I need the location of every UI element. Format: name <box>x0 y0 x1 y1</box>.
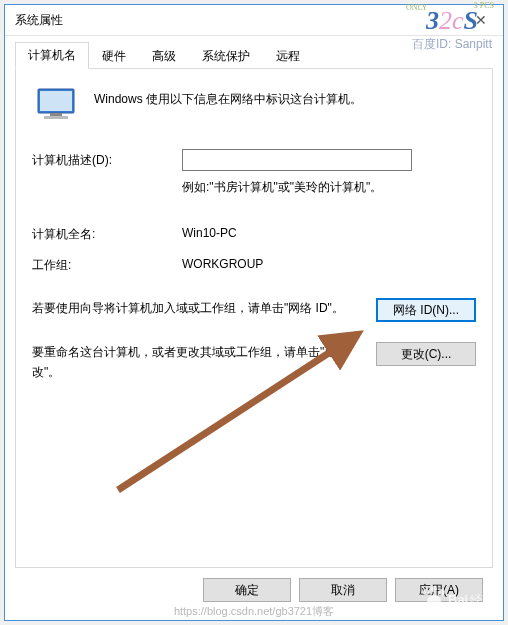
full-name-label: 计算机全名: <box>32 226 182 243</box>
dialog-buttons: 确定 取消 应用(A) <box>15 568 493 612</box>
svg-rect-2 <box>50 113 62 116</box>
intro-text: Windows 使用以下信息在网络中标识这台计算机。 <box>94 87 476 108</box>
svg-rect-3 <box>44 116 68 119</box>
full-name-value: Win10-PC <box>182 226 237 243</box>
close-button[interactable]: ✕ <box>458 5 503 35</box>
change-text: 要重命名这台计算机，或者更改其域或工作组，请单击"更改"。 <box>32 342 360 383</box>
tab-system-protection[interactable]: 系统保护 <box>189 43 263 69</box>
full-name-row: 计算机全名: Win10-PC <box>32 226 476 243</box>
tab-computer-name[interactable]: 计算机名 <box>15 42 89 69</box>
description-label: 计算机描述(D): <box>32 152 182 169</box>
network-id-button[interactable]: 网络 ID(N)... <box>376 298 476 322</box>
workgroup-label: 工作组: <box>32 257 182 274</box>
network-id-row: 若要使用向导将计算机加入域或工作组，请单击"网络 ID"。 网络 ID(N)..… <box>32 298 476 322</box>
apply-button[interactable]: 应用(A) <box>395 578 483 602</box>
description-row: 计算机描述(D): <box>32 149 476 171</box>
computer-icon <box>36 87 76 123</box>
description-example: 例如:"书房计算机"或"美玲的计算机"。 <box>182 179 476 196</box>
change-row: 要重命名这台计算机，或者更改其域或工作组，请单击"更改"。 更改(C)... <box>32 342 476 383</box>
window-title: 系统属性 <box>15 12 63 29</box>
network-id-text: 若要使用向导将计算机加入域或工作组，请单击"网络 ID"。 <box>32 298 360 318</box>
titlebar: 系统属性 ✕ <box>5 5 503 36</box>
change-button[interactable]: 更改(C)... <box>376 342 476 366</box>
close-icon: ✕ <box>475 12 487 28</box>
description-input[interactable] <box>182 149 412 171</box>
tab-hardware[interactable]: 硬件 <box>89 43 139 69</box>
tab-advanced[interactable]: 高级 <box>139 43 189 69</box>
cancel-button[interactable]: 取消 <box>299 578 387 602</box>
intro-row: Windows 使用以下信息在网络中标识这台计算机。 <box>32 87 476 123</box>
svg-rect-1 <box>40 91 72 111</box>
workgroup-value: WORKGROUP <box>182 257 263 274</box>
tab-strip: 计算机名 硬件 高级 系统保护 远程 <box>15 44 493 68</box>
window-body: 计算机名 硬件 高级 系统保护 远程 Windows 使用以下信息在网络中标识这… <box>5 36 503 620</box>
workgroup-row: 工作组: WORKGROUP <box>32 257 476 274</box>
tab-remote[interactable]: 远程 <box>263 43 313 69</box>
ok-button[interactable]: 确定 <box>203 578 291 602</box>
tab-panel-computer-name: Windows 使用以下信息在网络中标识这台计算机。 计算机描述(D): 例如:… <box>15 68 493 568</box>
system-properties-window: 系统属性 ✕ 计算机名 硬件 高级 系统保护 远程 <box>4 4 504 621</box>
